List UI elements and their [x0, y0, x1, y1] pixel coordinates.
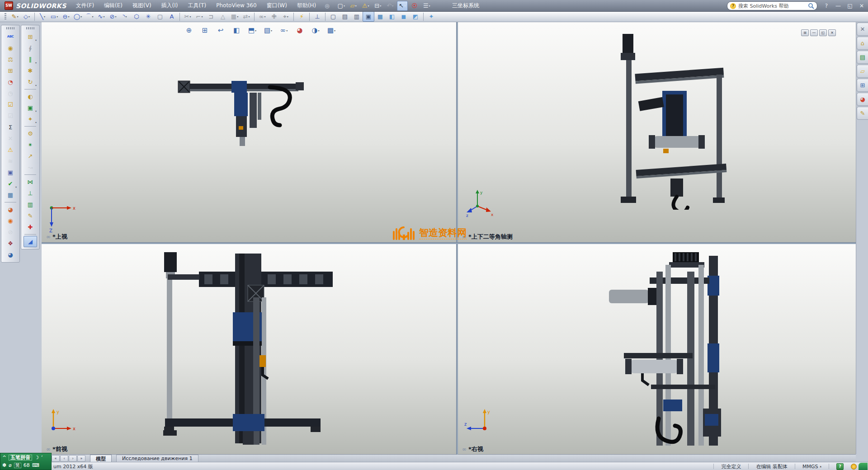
polygon-tool[interactable]: ⬡ — [131, 11, 142, 22]
view-settings-button[interactable]: ▩ — [325, 25, 338, 36]
apply-scene-button[interactable]: ◑ — [309, 25, 322, 36]
shaded-display[interactable]: ■ — [374, 11, 386, 22]
gears-button[interactable]: ⚙ — [24, 128, 37, 139]
section-lines-button[interactable]: ≋ — [4, 155, 17, 167]
assemblyxpert-button[interactable]: ✚ — [24, 221, 37, 233]
model-front-view[interactable] — [161, 250, 335, 447]
slot-tool[interactable]: ⊖ — [60, 11, 72, 22]
trim-entities-tool[interactable]: ✂ — [182, 11, 193, 22]
tab-scroll-last[interactable]: » — [77, 455, 85, 462]
hole-alignment-button[interactable]: ⊥ — [24, 188, 37, 199]
sketch-text-tool[interactable]: A — [166, 11, 178, 22]
close-taskpane-button[interactable]: ✕ — [857, 23, 868, 36]
display-relations-tool[interactable]: ∞ — [256, 11, 268, 22]
arc-tool[interactable]: ⌒ — [84, 11, 95, 22]
search-icon[interactable] — [808, 3, 814, 9]
new-document-button[interactable]: ▢ — [336, 1, 347, 11]
status-help[interactable]: ? — [829, 464, 851, 470]
ime-num-label[interactable]: 68 — [24, 463, 30, 468]
section-view-button[interactable]: ◧ — [230, 25, 243, 36]
mate-button[interactable]: ‖ — [24, 54, 37, 65]
motion-study-button[interactable]: ↝ — [24, 162, 37, 173]
open-document-button[interactable]: ▱ — [348, 1, 359, 11]
instant3d-button[interactable]: ◢ — [24, 236, 37, 247]
mass-properties-button[interactable]: ⚖ — [4, 54, 17, 65]
hidden-lines-visible-display[interactable]: ▤ — [339, 11, 351, 22]
menu-window[interactable]: 窗口(W) — [262, 0, 292, 11]
hide-show-items-button[interactable]: ∞ — [278, 25, 290, 36]
check-active-button[interactable]: ☑ — [4, 99, 17, 110]
previous-view-button[interactable]: ↩ — [214, 25, 227, 36]
sphere-button[interactable]: ◕ — [4, 249, 17, 260]
viewport-bottom-right[interactable]: y z ∞ *右视 — [458, 244, 856, 455]
restore-button[interactable]: ◱ — [845, 3, 854, 9]
circle-tool[interactable]: ◯ — [72, 11, 84, 22]
ambient-occlusion-display[interactable]: ◩ — [410, 11, 421, 22]
model-top-view[interactable] — [177, 58, 322, 149]
ellipse-tool[interactable]: ⊘ — [107, 11, 119, 22]
mirror-entities-tool[interactable]: △ — [217, 11, 229, 22]
ime-keyboard-icon[interactable]: ⌨ — [32, 463, 39, 468]
selection-box-tool[interactable]: ▢ — [154, 11, 166, 22]
line-tool[interactable]: ╲ — [37, 11, 48, 22]
offset-entities-tool[interactable]: ⊐ — [205, 11, 217, 22]
make-drawing-button[interactable]: ⚠ — [360, 1, 371, 11]
performance-button[interactable]: ◔ — [4, 76, 17, 88]
compare-geometry-button[interactable]: ❖ — [4, 238, 17, 249]
home-tab[interactable]: ⌂ — [857, 37, 868, 50]
reference-axis-tool[interactable]: ⊥ — [311, 11, 323, 22]
minimize-button[interactable]: — — [834, 3, 843, 9]
insert-component-button[interactable]: ⊞ — [24, 31, 37, 42]
menu-insert[interactable]: 插入(I) — [156, 0, 183, 11]
show-hidden-button[interactable]: ◐ — [24, 91, 37, 102]
model-right-view[interactable] — [604, 250, 731, 449]
curvature-button[interactable]: ✕ — [4, 133, 17, 144]
close-button[interactable]: ✕ — [857, 3, 866, 9]
select-button[interactable]: ↖ — [397, 1, 408, 11]
clip-icon[interactable] — [851, 464, 857, 470]
search-input[interactable]: 搜索 SolidWorks 帮助 — [738, 3, 806, 9]
viewport-top-right[interactable]: y x z ∞ *上下二等角轴测 ⊞—◱✕ — [458, 22, 856, 242]
move-copy-button[interactable]: ⊞ — [4, 65, 17, 76]
ime-hand-icon[interactable]: ✽ — [2, 463, 6, 468]
exploded-view-button[interactable]: ✴ — [24, 139, 37, 150]
attachment-button[interactable]: ∮ — [24, 42, 37, 54]
model-isometric-view[interactable] — [609, 31, 736, 210]
move-component-button[interactable]: ↻ — [24, 76, 37, 88]
zoom-area-button[interactable]: ⊞ — [198, 25, 211, 36]
sketch-button[interactable]: ✎ — [9, 11, 21, 22]
shadows-display[interactable]: ◧ — [386, 11, 398, 22]
shaded-with-edges-display[interactable]: ▣ — [363, 11, 374, 22]
appearance-wand-tool[interactable]: ✦ — [425, 11, 437, 22]
reference-geometry-button[interactable]: ✦ — [24, 113, 37, 125]
help-button[interactable]: ? — [822, 3, 831, 9]
tab-scroll-prev[interactable]: ‹ — [60, 455, 68, 462]
file-explorer-tab[interactable]: ▱ — [857, 65, 868, 78]
design-table-button[interactable]: ▦ — [4, 189, 17, 201]
viewport-splitter-horizontal[interactable] — [42, 242, 856, 244]
compare-button[interactable]: ▣ — [4, 167, 17, 178]
undo-button[interactable]: ↶ — [385, 1, 396, 11]
viewport-layout-button[interactable]: ⊞ — [801, 29, 809, 36]
custom-properties-tab[interactable]: ✎ — [857, 107, 868, 120]
smart-dimension-button[interactable]: ◇ — [21, 11, 33, 22]
disabled-check-button[interactable]: ⊘ — [4, 226, 17, 238]
linear-pattern-tool[interactable]: ▦ — [229, 11, 241, 22]
zoom-fit-button[interactable]: ⊕ — [183, 25, 195, 36]
viewport-top-left[interactable]: x Z ∞ *上视 ⊕⊞↩◧⬒▧∞◕◑▩ — [42, 22, 456, 242]
assembly-visualization-button[interactable]: ▥ — [24, 199, 37, 210]
ime-collapse-icon[interactable]: ^ — [2, 455, 6, 460]
measure-button[interactable]: ◉ — [4, 42, 17, 54]
menu-file[interactable]: 文件(F) — [71, 0, 99, 11]
tab-scroll-next[interactable]: › — [69, 455, 77, 462]
ime-moon-icon[interactable]: ☽ — [34, 455, 39, 460]
view-orientation-button[interactable]: ⬒ — [246, 25, 259, 36]
menu-view[interactable]: 视图(V) — [127, 0, 156, 11]
pin-icon[interactable]: ◎ — [325, 3, 329, 9]
close-document-button[interactable]: ✕ — [828, 29, 836, 36]
menu-edit[interactable]: 编辑(E) — [99, 0, 127, 11]
menu-tools[interactable]: 工具(T) — [183, 0, 212, 11]
timer-button[interactable]: ◷ — [4, 88, 17, 99]
smart-fasteners-button[interactable]: ✱ — [24, 65, 37, 76]
fillet-tool[interactable]: ◝ — [119, 11, 131, 22]
